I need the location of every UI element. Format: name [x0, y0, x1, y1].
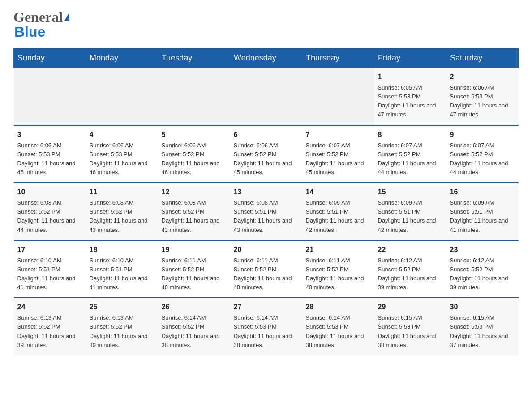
day-number: 2	[450, 72, 515, 82]
day-info: Sunrise: 6:12 AMSunset: 5:52 PMDaylight:…	[378, 256, 443, 292]
calendar-cell: 18Sunrise: 6:10 AMSunset: 5:51 PMDayligh…	[86, 240, 158, 298]
day-info: Sunrise: 6:13 AMSunset: 5:52 PMDaylight:…	[17, 313, 82, 350]
day-header-wednesday: Wednesday	[230, 49, 302, 68]
calendar-cell: 13Sunrise: 6:08 AMSunset: 5:51 PMDayligh…	[230, 183, 302, 240]
calendar-header: SundayMondayTuesdayWednesdayThursdayFrid…	[14, 49, 519, 68]
calendar-cell: 20Sunrise: 6:11 AMSunset: 5:52 PMDayligh…	[230, 240, 302, 298]
day-info: Sunrise: 6:06 AMSunset: 5:53 PMDaylight:…	[17, 141, 82, 177]
day-number: 15	[378, 187, 443, 197]
day-number: 11	[90, 187, 154, 197]
day-info: Sunrise: 6:07 AMSunset: 5:52 PMDaylight:…	[306, 141, 371, 177]
day-info: Sunrise: 6:07 AMSunset: 5:52 PMDaylight:…	[378, 141, 443, 177]
logo-blue-text: Blue	[14, 24, 45, 40]
day-info: Sunrise: 6:15 AMSunset: 5:53 PMDaylight:…	[450, 313, 515, 350]
calendar-cell	[230, 68, 302, 125]
day-number: 24	[17, 302, 82, 313]
calendar-cell: 4Sunrise: 6:06 AMSunset: 5:53 PMDaylight…	[86, 125, 158, 183]
day-info: Sunrise: 6:09 AMSunset: 5:51 PMDaylight:…	[378, 198, 443, 235]
calendar-cell: 24Sunrise: 6:13 AMSunset: 5:52 PMDayligh…	[14, 298, 86, 355]
calendar-cell	[86, 68, 158, 125]
day-info: Sunrise: 6:06 AMSunset: 5:52 PMDaylight:…	[234, 141, 299, 177]
day-info: Sunrise: 6:06 AMSunset: 5:53 PMDaylight:…	[90, 141, 154, 177]
day-info: Sunrise: 6:15 AMSunset: 5:53 PMDaylight:…	[378, 313, 443, 350]
day-number: 19	[162, 244, 227, 255]
day-header-thursday: Thursday	[302, 49, 374, 68]
day-info: Sunrise: 6:14 AMSunset: 5:52 PMDaylight:…	[162, 313, 227, 350]
calendar-cell: 21Sunrise: 6:11 AMSunset: 5:52 PMDayligh…	[302, 240, 374, 298]
day-number: 7	[306, 129, 371, 140]
calendar-cell: 10Sunrise: 6:08 AMSunset: 5:52 PMDayligh…	[14, 183, 86, 240]
calendar-cell: 6Sunrise: 6:06 AMSunset: 5:52 PMDaylight…	[230, 125, 302, 183]
day-number: 4	[90, 129, 154, 140]
calendar-cell: 29Sunrise: 6:15 AMSunset: 5:53 PMDayligh…	[374, 298, 446, 355]
day-number: 10	[17, 187, 82, 197]
calendar-cell: 28Sunrise: 6:14 AMSunset: 5:53 PMDayligh…	[302, 298, 374, 355]
calendar-cell: 8Sunrise: 6:07 AMSunset: 5:52 PMDaylight…	[374, 125, 446, 183]
day-number: 8	[378, 129, 443, 140]
day-info: Sunrise: 6:10 AMSunset: 5:51 PMDaylight:…	[17, 256, 82, 292]
day-number: 29	[378, 302, 443, 313]
calendar-cell: 7Sunrise: 6:07 AMSunset: 5:52 PMDaylight…	[302, 125, 374, 183]
day-number: 21	[306, 244, 371, 255]
day-number: 25	[90, 302, 154, 313]
calendar-cell: 11Sunrise: 6:08 AMSunset: 5:52 PMDayligh…	[86, 183, 158, 240]
day-info: Sunrise: 6:09 AMSunset: 5:51 PMDaylight:…	[306, 198, 371, 235]
calendar-cell: 12Sunrise: 6:08 AMSunset: 5:52 PMDayligh…	[158, 183, 230, 240]
day-info: Sunrise: 6:07 AMSunset: 5:52 PMDaylight:…	[450, 141, 515, 177]
day-header-friday: Friday	[374, 49, 446, 68]
calendar-cell: 9Sunrise: 6:07 AMSunset: 5:52 PMDaylight…	[446, 125, 519, 183]
day-info: Sunrise: 6:11 AMSunset: 5:52 PMDaylight:…	[234, 256, 299, 292]
day-info: Sunrise: 6:12 AMSunset: 5:52 PMDaylight:…	[450, 256, 515, 292]
calendar-cell	[302, 68, 374, 125]
day-info: Sunrise: 6:05 AMSunset: 5:53 PMDaylight:…	[378, 83, 443, 120]
day-info: Sunrise: 6:13 AMSunset: 5:52 PMDaylight:…	[90, 313, 154, 350]
day-info: Sunrise: 6:08 AMSunset: 5:52 PMDaylight:…	[162, 198, 227, 235]
calendar-week-row: 1Sunrise: 6:05 AMSunset: 5:53 PMDaylight…	[14, 68, 519, 125]
day-number: 28	[306, 302, 371, 313]
calendar-cell: 15Sunrise: 6:09 AMSunset: 5:51 PMDayligh…	[374, 183, 446, 240]
calendar-cell: 30Sunrise: 6:15 AMSunset: 5:53 PMDayligh…	[446, 298, 519, 355]
calendar-week-row: 24Sunrise: 6:13 AMSunset: 5:52 PMDayligh…	[14, 298, 519, 355]
day-number: 9	[450, 129, 515, 140]
day-info: Sunrise: 6:08 AMSunset: 5:52 PMDaylight:…	[17, 198, 82, 235]
calendar-cell: 2Sunrise: 6:06 AMSunset: 5:53 PMDaylight…	[446, 68, 519, 125]
day-number: 13	[234, 187, 299, 197]
day-number: 12	[162, 187, 227, 197]
day-info: Sunrise: 6:06 AMSunset: 5:53 PMDaylight:…	[450, 83, 515, 120]
day-header-tuesday: Tuesday	[158, 49, 230, 68]
day-number: 18	[90, 244, 154, 255]
day-number: 6	[234, 129, 299, 140]
calendar-cell: 26Sunrise: 6:14 AMSunset: 5:52 PMDayligh…	[158, 298, 230, 355]
calendar-cell	[14, 68, 86, 125]
day-number: 1	[378, 72, 443, 82]
day-number: 16	[450, 187, 515, 197]
calendar-cell	[158, 68, 230, 125]
day-info: Sunrise: 6:14 AMSunset: 5:53 PMDaylight:…	[306, 313, 371, 350]
day-info: Sunrise: 6:11 AMSunset: 5:52 PMDaylight:…	[306, 256, 371, 292]
day-info: Sunrise: 6:08 AMSunset: 5:51 PMDaylight:…	[234, 198, 299, 235]
day-number: 5	[162, 129, 227, 140]
day-number: 27	[234, 302, 299, 313]
day-number: 3	[17, 129, 82, 140]
calendar-cell: 5Sunrise: 6:06 AMSunset: 5:52 PMDaylight…	[158, 125, 230, 183]
day-number: 17	[17, 244, 82, 255]
calendar-cell: 19Sunrise: 6:11 AMSunset: 5:52 PMDayligh…	[158, 240, 230, 298]
page-header: General Blue	[13, 9, 519, 40]
day-number: 30	[450, 302, 515, 313]
day-info: Sunrise: 6:10 AMSunset: 5:51 PMDaylight:…	[90, 256, 154, 292]
calendar-body: 1Sunrise: 6:05 AMSunset: 5:53 PMDaylight…	[14, 68, 519, 355]
calendar-week-row: 17Sunrise: 6:10 AMSunset: 5:51 PMDayligh…	[14, 240, 519, 298]
day-number: 14	[306, 187, 371, 197]
calendar-cell: 27Sunrise: 6:14 AMSunset: 5:53 PMDayligh…	[230, 298, 302, 355]
day-info: Sunrise: 6:06 AMSunset: 5:52 PMDaylight:…	[162, 141, 227, 177]
calendar-week-row: 10Sunrise: 6:08 AMSunset: 5:52 PMDayligh…	[14, 183, 519, 240]
day-header-monday: Monday	[86, 49, 158, 68]
day-number: 23	[450, 244, 515, 255]
calendar-cell: 25Sunrise: 6:13 AMSunset: 5:52 PMDayligh…	[86, 298, 158, 355]
calendar-cell: 16Sunrise: 6:09 AMSunset: 5:51 PMDayligh…	[446, 183, 519, 240]
calendar-cell: 22Sunrise: 6:12 AMSunset: 5:52 PMDayligh…	[374, 240, 446, 298]
days-header-row: SundayMondayTuesdayWednesdayThursdayFrid…	[14, 49, 519, 68]
calendar-week-row: 3Sunrise: 6:06 AMSunset: 5:53 PMDaylight…	[14, 125, 519, 183]
day-number: 20	[234, 244, 299, 255]
calendar-cell: 23Sunrise: 6:12 AMSunset: 5:52 PMDayligh…	[446, 240, 519, 298]
